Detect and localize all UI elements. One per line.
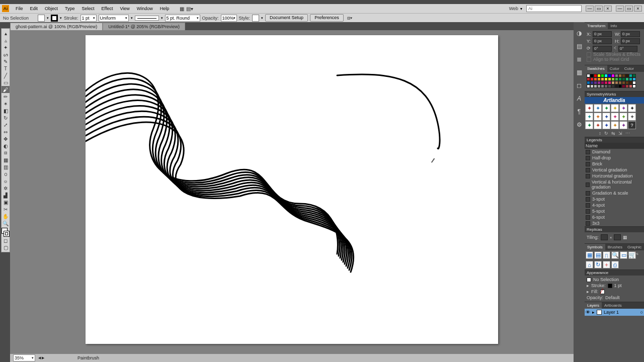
zoom-field[interactable]: 35% [13,354,35,361]
gradient-panel-icon[interactable]: ▦ [575,68,583,76]
paintbrush-tool[interactable]: 🖌 [2,86,10,93]
tab-brushes[interactable]: Brushes [605,244,625,250]
swatch-cell[interactable] [632,77,636,81]
symmetry-tile[interactable]: ✦ [628,104,636,112]
menu-window[interactable]: Window [133,5,156,12]
symmetry-tile-grid[interactable]: ✦✦✦✦✦✦✦✦✦✦✦✦✦✦✦✦✦? [585,104,644,130]
sym-rotate-icon[interactable]: ↻ [604,131,608,136]
swatch-cell[interactable] [611,74,615,77]
swatch-cell[interactable] [597,74,601,77]
transform-angle[interactable]: 0° [593,46,612,52]
symmetry-tile[interactable]: ✦ [611,113,619,121]
swatch-cell[interactable] [615,74,618,77]
magic-wand-tool[interactable]: ✦ [2,44,10,51]
doc-tab-2[interactable]: Untitled-1* @ 205% (RGB/Preview) [103,23,185,30]
symmetry-tile[interactable]: ✦ [619,113,627,121]
sym-more-icon[interactable]: ⋯ [625,131,630,136]
swatch-cell[interactable] [594,84,597,88]
swatch-cell[interactable] [629,81,632,84]
eraser-tool[interactable]: ◧ [2,107,10,114]
swatch-cell[interactable] [625,77,629,81]
swatch-cell[interactable] [587,77,590,81]
preferences-button[interactable]: Preferences [310,14,344,22]
swatch-cell[interactable] [601,84,604,88]
swatch-cell[interactable] [618,74,622,77]
swatch-cell[interactable] [604,74,608,77]
tab-color-guide[interactable]: Color Guide [622,65,644,72]
swatch-cell[interactable] [632,84,636,88]
symmetry-tile[interactable]: ✦ [602,113,610,121]
menu-object[interactable]: Object [41,5,61,12]
swatch-cell[interactable] [625,74,629,77]
swatch-cell[interactable] [597,81,601,84]
layer-row-1[interactable]: 👁 ▸ Layer 1 ○ [585,309,644,316]
slice-tool[interactable]: ✂ [2,206,10,213]
sym-translate-icon[interactable]: ↕ [599,131,601,136]
swatch-cell[interactable] [590,81,594,84]
swatch-cell[interactable] [618,81,622,84]
symbol-print-icon[interactable]: ⎙ [611,261,619,268]
symmetry-tile[interactable]: ✦ [619,104,627,112]
fill-stroke-indicator[interactable] [2,228,10,237]
symmetry-tile[interactable]: ✦ [594,104,602,112]
swatch-cell[interactable] [604,77,608,81]
stroke-panel-icon[interactable]: ≣ [575,55,583,63]
legend-item[interactable]: 6-spot [585,214,644,220]
legend-item[interactable]: 5-spot [585,208,644,214]
swatch-cell[interactable] [625,84,629,88]
menu-help[interactable]: Help [156,5,173,12]
swatch-cell[interactable] [590,74,594,77]
column-graph-tool[interactable]: ▟ [2,192,10,199]
swatch-cell[interactable] [604,84,608,88]
bridge-icon[interactable]: ▦ [178,5,186,12]
transform-x[interactable]: 0 px [593,31,612,37]
swatch-cell[interactable] [611,84,615,88]
swatch-cell[interactable] [604,81,608,84]
transform-w[interactable]: 0 px [621,31,640,37]
symmetry-tile[interactable]: ✦ [585,121,593,129]
swatch-cell[interactable] [615,77,618,81]
doc-close-button[interactable]: × [604,6,612,12]
artboard[interactable] [86,35,498,344]
swatch-cell[interactable] [601,77,604,81]
tab-graphic-styles[interactable]: Graphic Styles [625,244,644,250]
lasso-tool[interactable]: ᔕ [2,51,10,58]
swatch-cell[interactable] [601,81,604,84]
doc-tab-1[interactable]: ghost-pattern.ai @ 100% (RGB/Preview) [10,23,103,30]
symmetry-tile[interactable]: ✦ [594,113,602,121]
layer-name[interactable]: Layer 1 [604,310,619,315]
tab-swatches[interactable]: Swatches [585,65,607,72]
transform-y[interactable]: 0 px [593,38,612,44]
symbol-home-icon[interactable]: ⌂ [586,261,593,268]
paragraph-panel-icon[interactable]: ¶ [575,108,583,116]
swatch-cell[interactable] [629,84,632,88]
swatch-cell[interactable] [632,81,636,84]
swatch-cell[interactable] [625,81,629,84]
help-search-input[interactable] [526,5,582,12]
mesh-tool[interactable]: ▦ [2,156,10,163]
swatch-cell[interactable] [618,84,622,88]
legend-item[interactable]: Diamond [585,149,644,155]
gear-panel-icon[interactable]: ⚙ [575,121,583,129]
tiling-x[interactable] [601,234,608,240]
swatch-cell[interactable] [594,81,597,84]
gradient-tool[interactable]: ▥ [2,163,10,170]
doc-minimize-button[interactable]: — [586,6,594,12]
tab-info[interactable]: Info [608,23,619,29]
swatch-cell[interactable] [618,77,622,81]
stroke-weight-field[interactable]: 1 pt [80,15,97,22]
swatch-cell[interactable] [622,81,625,84]
swatch-cell[interactable] [597,84,601,88]
swatch-cell[interactable] [622,74,625,77]
menu-effect[interactable]: Effect [98,5,117,12]
fill-swatch[interactable] [38,15,45,22]
arrange-docs-icon[interactable]: ▤▾ [186,5,194,12]
symmetry-tile[interactable]: ✦ [585,104,593,112]
sym-scale-icon[interactable]: ⇲ [618,131,622,136]
symmetry-tile[interactable]: ✦ [602,104,610,112]
pen-tool[interactable]: ✎ [2,58,10,65]
transform-h[interactable]: 0 px [621,38,640,44]
eyedropper-tool[interactable]: 𐊫 [2,170,10,177]
document-setup-button[interactable]: Document Setup [265,14,308,22]
swatch-cell[interactable] [608,77,611,81]
